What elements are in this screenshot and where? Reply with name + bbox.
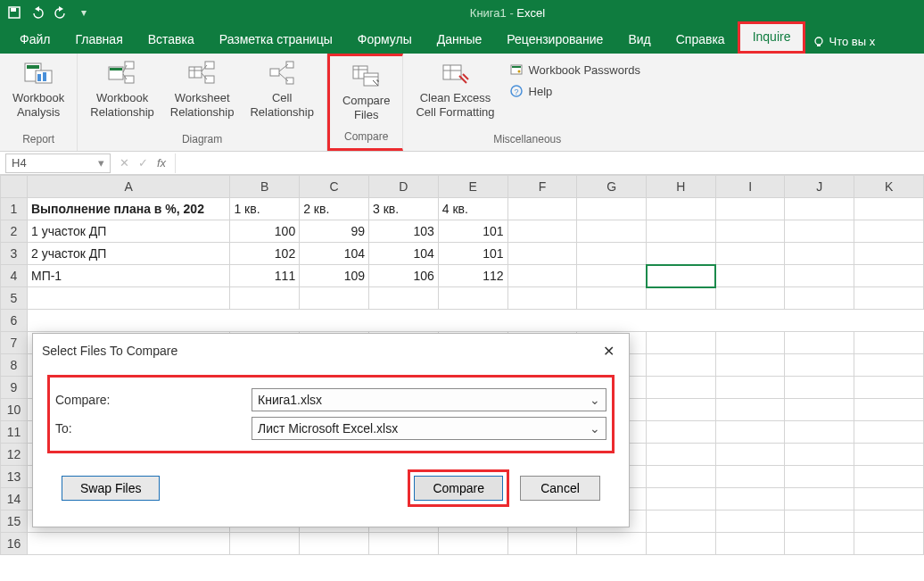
col-header[interactable]: H — [647, 176, 716, 198]
cell[interactable] — [647, 444, 716, 466]
cell[interactable]: 104 — [300, 243, 369, 265]
cell[interactable]: Выполнение плана в %, 202 — [27, 198, 229, 220]
cell[interactable] — [368, 287, 438, 310]
cell[interactable]: 2 участок ДП — [27, 243, 229, 265]
cell[interactable] — [507, 287, 577, 310]
help-button[interactable]: ? Help — [506, 82, 644, 100]
select-all-corner[interactable] — [1, 176, 28, 198]
cancel-formula-icon[interactable]: ✕ — [120, 156, 129, 170]
cell[interactable] — [507, 220, 577, 243]
cell[interactable] — [785, 444, 854, 466]
worksheet-relationship-button[interactable]: Worksheet Relationship — [165, 57, 240, 120]
cell[interactable] — [715, 421, 785, 444]
cell[interactable] — [715, 533, 785, 555]
workbook-relationship-button[interactable]: Workbook Relationship — [85, 57, 160, 120]
cell[interactable] — [854, 287, 924, 310]
cell[interactable] — [854, 466, 924, 488]
cell[interactable] — [577, 243, 647, 265]
cancel-button[interactable]: Cancel — [520, 476, 600, 501]
cell[interactable] — [854, 377, 924, 399]
fx-icon[interactable]: fx — [157, 156, 166, 170]
cell[interactable] — [300, 287, 369, 310]
compare-files-button[interactable]: Compare Files — [337, 60, 395, 123]
cell[interactable] — [230, 287, 300, 310]
formula-input[interactable] — [175, 154, 924, 173]
qat-customize-icon[interactable]: ▾ — [73, 2, 95, 23]
cell[interactable] — [785, 466, 854, 488]
cell[interactable] — [854, 265, 924, 287]
tab-view[interactable]: Вид — [615, 27, 663, 54]
cell[interactable]: 99 — [300, 220, 369, 243]
cell-relationship-button[interactable]: Cell Relationship — [244, 57, 319, 120]
cell[interactable] — [715, 444, 785, 466]
cell[interactable]: 100 — [230, 220, 300, 243]
cell[interactable] — [785, 287, 854, 310]
col-header[interactable]: F — [507, 176, 577, 198]
cell[interactable] — [647, 287, 716, 310]
row-header[interactable]: 4 — [1, 265, 28, 287]
cell[interactable]: 4 кв. — [438, 198, 507, 220]
cell[interactable] — [647, 220, 716, 243]
tab-help[interactable]: Справка — [664, 27, 738, 54]
row-header[interactable]: 5 — [1, 287, 28, 310]
cell[interactable]: 1 участок ДП — [27, 220, 229, 243]
cell[interactable] — [715, 243, 785, 265]
row-header[interactable]: 8 — [1, 354, 28, 377]
close-icon[interactable]: ✕ — [597, 339, 620, 362]
cell[interactable] — [785, 533, 854, 555]
cell[interactable] — [507, 243, 577, 265]
cell[interactable] — [854, 421, 924, 444]
active-cell[interactable] — [647, 265, 716, 287]
col-header[interactable]: J — [785, 176, 854, 198]
cell[interactable]: 104 — [368, 243, 438, 265]
cell[interactable] — [785, 354, 854, 377]
cell[interactable] — [854, 488, 924, 510]
cell[interactable] — [647, 421, 716, 444]
cell[interactable] — [785, 488, 854, 510]
cell[interactable]: 106 — [368, 265, 438, 287]
cell[interactable]: 103 — [368, 220, 438, 243]
row-header[interactable]: 2 — [1, 220, 28, 243]
redo-icon[interactable] — [50, 2, 71, 23]
cell[interactable]: 112 — [438, 265, 507, 287]
cell[interactable] — [647, 510, 716, 533]
cell[interactable] — [854, 198, 924, 220]
cell[interactable] — [785, 220, 854, 243]
cell[interactable] — [647, 466, 716, 488]
cell[interactable] — [715, 287, 785, 310]
cell[interactable] — [785, 377, 854, 399]
cell[interactable]: 101 — [438, 220, 507, 243]
cell[interactable] — [785, 421, 854, 444]
col-header[interactable]: C — [300, 176, 369, 198]
cell[interactable]: 109 — [300, 265, 369, 287]
save-icon[interactable] — [4, 2, 25, 23]
tab-file[interactable]: Файл — [7, 27, 62, 54]
row-header[interactable]: 11 — [1, 421, 28, 444]
cell[interactable] — [27, 533, 229, 555]
cell[interactable] — [647, 377, 716, 399]
cell[interactable] — [647, 243, 716, 265]
cell[interactable] — [300, 533, 369, 555]
cell[interactable] — [854, 510, 924, 533]
cell[interactable] — [577, 198, 647, 220]
row-header[interactable]: 1 — [1, 198, 28, 220]
cell[interactable] — [577, 533, 647, 555]
cell[interactable] — [854, 444, 924, 466]
row-header[interactable]: 3 — [1, 243, 28, 265]
cell[interactable] — [715, 265, 785, 287]
row-header[interactable]: 16 — [1, 533, 28, 555]
cell[interactable] — [785, 332, 854, 354]
cell[interactable] — [715, 488, 785, 510]
row-header[interactable]: 10 — [1, 399, 28, 421]
cell[interactable] — [647, 332, 716, 354]
cell[interactable]: 111 — [230, 265, 300, 287]
row-header[interactable]: 13 — [1, 466, 28, 488]
cell[interactable] — [715, 354, 785, 377]
cell[interactable] — [647, 399, 716, 421]
cell[interactable] — [854, 399, 924, 421]
compare-button[interactable]: Compare — [414, 476, 503, 501]
row-header[interactable]: 14 — [1, 488, 28, 510]
cell[interactable] — [647, 354, 716, 377]
cell[interactable] — [715, 377, 785, 399]
cell[interactable] — [27, 287, 229, 310]
